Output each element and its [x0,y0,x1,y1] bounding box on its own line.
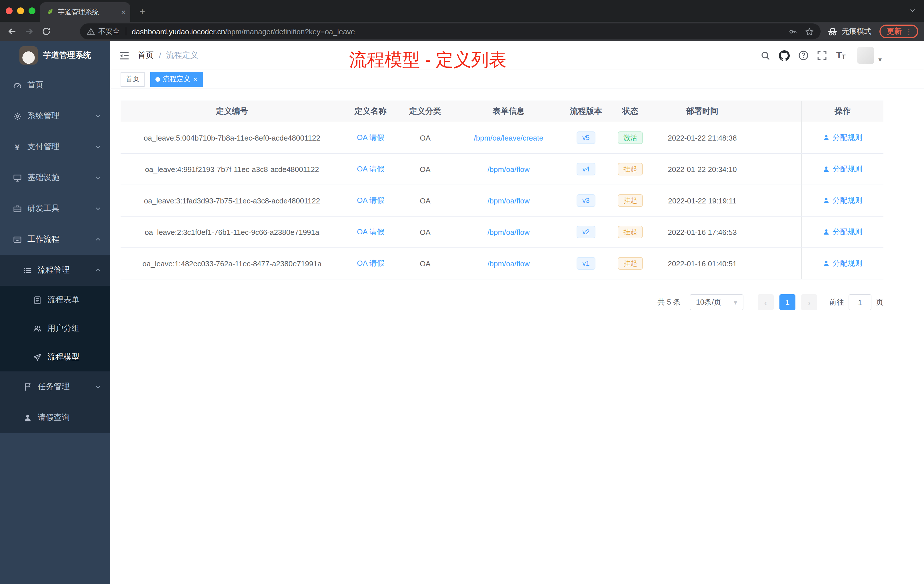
form-link[interactable]: /bpm/oa/flow [487,196,530,205]
search-icon[interactable] [756,41,775,70]
sidebar-item-dev-tools[interactable]: 研发工具 [0,193,110,224]
divider [125,27,126,35]
help-icon[interactable] [794,41,813,70]
table-row: oa_leave:4:991f2193-7b7f-11ec-a3c8-acde4… [120,154,883,185]
assign-rule-link[interactable]: 分配规则 [823,258,862,269]
browser-menu-icon[interactable]: ⋮ [905,27,912,36]
sidebar-item-workflow[interactable]: 工作流程 [0,224,110,255]
password-key-icon[interactable] [789,27,797,36]
sidebar-item-payment[interactable]: ¥ 支付管理 [0,132,110,162]
cell-category: OA [398,259,452,268]
forward-icon[interactable] [21,23,38,40]
favicon-plant-icon [46,8,54,16]
person-icon [823,134,830,141]
breadcrumb-home[interactable]: 首页 [138,50,154,61]
col-form-info: 表单信息 [452,106,564,117]
sidebar-item-leave-query[interactable]: 请假查询 [0,402,110,433]
form-link[interactable]: /bpm/oa/leave/create [474,134,543,142]
sidebar-item-infrastructure[interactable]: 基础设施 [0,162,110,193]
dashboard-icon [13,81,22,90]
person-icon [823,197,830,204]
status-badge: 挂起 [618,194,643,207]
tag-close-icon[interactable]: × [193,76,198,83]
sidebar-item-user-group[interactable]: 用户分组 [0,314,110,343]
definition-name-link[interactable]: OA 请假 [357,133,384,142]
assign-rule-link[interactable]: 分配规则 [823,133,862,143]
form-link[interactable]: /bpm/oa/flow [487,259,530,268]
assign-rule-link[interactable]: 分配规则 [823,164,862,174]
back-icon[interactable] [3,23,21,40]
avatar-caret-icon[interactable]: ▼ [877,56,883,63]
chevron-down-icon [95,113,101,119]
sidebar-collapse-icon[interactable] [110,41,138,70]
tab-close-icon[interactable]: × [121,8,126,16]
cell-definition-id: oa_leave:1:482ec033-762a-11ec-8477-a2380… [120,259,343,268]
cell-category: OA [398,134,452,142]
form-link[interactable]: /bpm/oa/flow [487,165,530,173]
person-icon [823,260,830,267]
chrome-update-button[interactable]: 更新 ⋮ [879,25,918,38]
definition-name-link[interactable]: OA 请假 [357,165,384,173]
sidebar-item-process-model[interactable]: 流程模型 [0,343,110,371]
definition-name-link[interactable]: OA 请假 [357,259,384,267]
prev-page-button[interactable]: ‹ [758,294,774,310]
version-badge: v3 [577,194,595,207]
sidebar-item-task-management[interactable]: 任务管理 [0,371,110,402]
definition-name-link[interactable]: OA 请假 [357,196,384,205]
yen-icon: ¥ [13,142,22,152]
goto-page-input[interactable] [848,294,871,310]
window-controls [6,7,35,14]
minimize-window-button[interactable] [17,7,24,14]
definition-table: 定义编号 定义名称 定义分类 表单信息 流程版本 状态 部署时间 操作 oa_l… [120,101,883,279]
col-deploy-time: 部署时间 [653,106,751,117]
close-window-button[interactable] [6,7,13,14]
tag-process-definition[interactable]: 流程定义 × [150,72,203,87]
app-title: 芋道管理系统 [43,50,91,61]
new-tab-button[interactable]: + [135,5,150,20]
sidebar-item-home[interactable]: 首页 [0,70,110,101]
cell-deploy-time: 2022-01-22 20:34:10 [653,165,751,173]
maximize-window-button[interactable] [28,7,35,14]
page-size-select[interactable]: 10条/页 ▼ [690,294,743,310]
version-badge: v5 [577,132,595,144]
status-badge: 挂起 [618,257,643,270]
tab-search-chevron-icon[interactable] [909,7,916,14]
update-label: 更新 [887,26,902,36]
col-process-version: 流程版本 [564,106,607,117]
col-actions: 操作 [801,101,883,122]
pagination: 共 5 条 10条/页 ▼ ‹ 1 › 前往 页 [120,294,883,310]
next-page-button[interactable]: › [801,294,817,310]
avatar[interactable] [857,47,874,64]
bookmark-star-icon[interactable] [805,27,814,36]
address-bar[interactable]: 不安全 dashboard.yudao.iocoder.cn/bpm/manag… [80,23,820,40]
font-size-icon[interactable]: TT [832,41,850,70]
table-row: oa_leave:3:1fad3d93-7b75-11ec-a3c8-acde4… [120,185,883,216]
not-secure-warning-icon [87,27,95,35]
breadcrumb-current: 流程定义 [166,50,198,61]
incognito-label: 无痕模式 [842,26,871,36]
browser-tab[interactable]: 芋道管理系统 × [40,2,130,22]
sidebar-item-process-form[interactable]: 流程表单 [0,286,110,314]
cell-deploy-time: 2022-01-22 19:19:11 [653,196,751,205]
chevron-down-icon [95,205,101,212]
page-unit-label: 页 [876,297,883,307]
not-secure-label: 不安全 [98,26,120,36]
pagination-total: 共 5 条 [657,297,681,307]
sidebar-item-system[interactable]: 系统管理 [0,101,110,132]
breadcrumb: 首页 / 流程定义 [138,50,198,61]
cell-category: OA [398,196,452,205]
tag-home[interactable]: 首页 [120,72,145,87]
tab-title: 芋道管理系统 [58,7,117,17]
page-number-button[interactable]: 1 [779,294,795,310]
github-icon[interactable] [775,41,794,70]
form-link[interactable]: /bpm/oa/flow [487,228,530,236]
flag-icon [23,382,32,391]
definition-name-link[interactable]: OA 请假 [357,228,384,236]
cell-category: OA [398,165,452,173]
sidebar-item-process-management[interactable]: 流程管理 [0,255,110,286]
app-logo[interactable]: 芋道管理系统 [0,41,110,70]
fullscreen-icon[interactable] [813,41,832,70]
assign-rule-link[interactable]: 分配规则 [823,227,862,237]
assign-rule-link[interactable]: 分配规则 [823,195,862,206]
reload-icon[interactable] [38,23,55,40]
